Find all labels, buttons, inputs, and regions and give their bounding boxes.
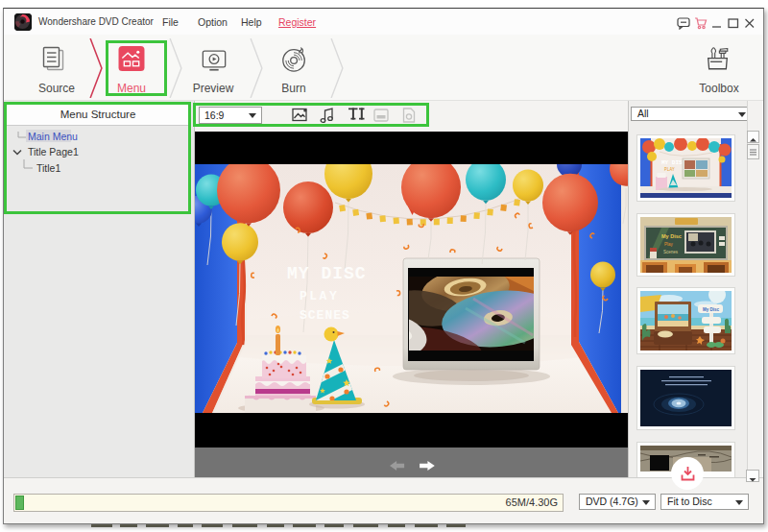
svg-text:Scenes: Scenes bbox=[663, 250, 679, 254]
svg-text:SCENES: SCENES bbox=[300, 308, 350, 323]
svg-text:Play: Play bbox=[664, 242, 674, 247]
svg-text:My Disc: My Disc bbox=[661, 233, 682, 239]
svg-text:PLAY: PLAY bbox=[300, 289, 339, 303]
svg-text:PLAY: PLAY bbox=[664, 167, 675, 172]
svg-text:My Disc: My Disc bbox=[703, 307, 720, 312]
svg-text:MY DISC: MY DISC bbox=[287, 264, 367, 283]
